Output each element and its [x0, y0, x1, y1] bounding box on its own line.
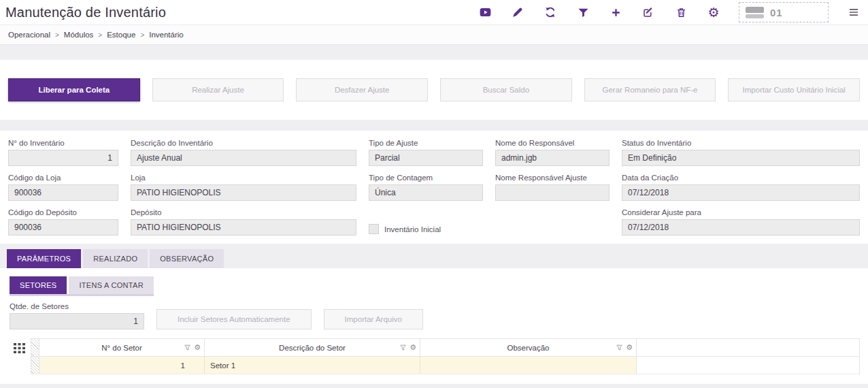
- tab-parametros[interactable]: PARÂMETROS: [7, 249, 81, 268]
- breadcrumb-operacional[interactable]: Operacional: [8, 31, 50, 39]
- video-icon[interactable]: [478, 5, 493, 20]
- field-codigo-deposito: Código do Depósito 900036: [8, 208, 118, 236]
- nome-responsavel-ajuste-input[interactable]: [495, 184, 610, 201]
- field-considerar-ajuste: Considerar Ajuste para 07/12/2018: [622, 208, 860, 236]
- numero-inventario-input[interactable]: 1: [8, 150, 118, 166]
- row-selector-column: [31, 339, 39, 356]
- row-selector-cell[interactable]: [31, 357, 39, 374]
- codigo-loja-label: Código da Loja: [8, 174, 118, 182]
- tipo-contagem-input[interactable]: Única: [369, 184, 483, 201]
- toolbar: ⚙ 01: [478, 2, 861, 22]
- cell-observacao[interactable]: [420, 357, 637, 374]
- filter-icon[interactable]: [575, 5, 590, 20]
- edit-icon[interactable]: [641, 5, 656, 20]
- gerar-romaneio-button[interactable]: Gerar Romaneio para NF-e: [584, 78, 716, 101]
- breadcrumb: Operacional > Módulos > Estoque > Invent…: [0, 25, 868, 45]
- pen-icon[interactable]: [510, 5, 525, 20]
- field-nome-responsavel-ajuste: Nome Responsável Ajuste: [495, 174, 610, 201]
- field-loja: Loja PATIO HIGIENOPOLIS: [131, 174, 356, 201]
- desfazer-ajuste-button[interactable]: Desfazer Ajuste: [296, 78, 428, 101]
- importar-custo-button[interactable]: Importar Custo Unitário Inicial: [728, 78, 860, 101]
- liberar-para-coleta-button[interactable]: Liberar para Coleta: [8, 78, 140, 101]
- actions-panel: Liberar para Coleta Realizar Ajuste Desf…: [0, 60, 868, 120]
- column-settings-icon[interactable]: ⚙: [194, 344, 201, 351]
- column-settings-icon[interactable]: ⚙: [410, 344, 416, 351]
- column-title: Descrição do Setor: [279, 344, 346, 352]
- cell-filler: [637, 357, 859, 374]
- codigo-loja-input[interactable]: 900036: [8, 184, 118, 201]
- importar-arquivo-button[interactable]: Importar Arquivo: [324, 309, 423, 329]
- add-icon[interactable]: [608, 5, 623, 20]
- tab-realizado[interactable]: REALIZADO: [83, 249, 148, 268]
- main-tabs: PARÂMETROS REALIZADO OBSERVAÇÃO: [0, 249, 868, 268]
- record-number: 01: [770, 7, 783, 18]
- codigo-deposito-input[interactable]: 900036: [8, 219, 118, 236]
- column-settings-icon[interactable]: ⚙: [626, 344, 633, 351]
- buscar-saldo-button[interactable]: Buscar Saldo: [440, 78, 572, 101]
- inventory-form: N° do Inventário 1 Descrição do Inventár…: [0, 131, 868, 244]
- refresh-icon[interactable]: [543, 5, 558, 20]
- codigo-deposito-label: Código do Depósito: [8, 208, 118, 216]
- realizar-ajuste-button[interactable]: Realizar Ajuste: [152, 78, 284, 101]
- inventario-inicial-checkbox[interactable]: [369, 224, 379, 234]
- subtab-setores[interactable]: SETORES: [10, 276, 67, 294]
- table-header-row: N° do Setor ⚙ Descrição do Setor ⚙: [31, 339, 859, 357]
- descricao-inventario-input[interactable]: Ajuste Anual: [131, 150, 356, 166]
- field-tipo-contagem: Tipo de Contagem Única: [369, 174, 483, 201]
- column-filter-icon[interactable]: [616, 344, 622, 351]
- settings-icon[interactable]: ⚙: [706, 5, 721, 20]
- field-status-inventario: Status do Inventário Em Definição: [622, 139, 860, 166]
- cell-descricao-setor[interactable]: Setor 1: [205, 357, 420, 374]
- setores-table: N° do Setor ⚙ Descrição do Setor ⚙: [31, 338, 860, 374]
- column-filter-icon[interactable]: [400, 344, 406, 351]
- delete-icon[interactable]: [673, 5, 688, 20]
- qtde-setores-input[interactable]: 1: [10, 313, 144, 329]
- breadcrumb-inventario[interactable]: Inventário: [149, 31, 184, 39]
- status-inventario-input[interactable]: Em Definição: [622, 150, 860, 166]
- column-header-descricao-setor[interactable]: Descrição do Setor ⚙: [205, 339, 420, 356]
- cell-numero-setor[interactable]: 1: [39, 357, 205, 374]
- nome-responsavel-ajuste-label: Nome Responsável Ajuste: [495, 174, 610, 182]
- field-empty-spacer: [495, 208, 610, 236]
- data-criacao-input[interactable]: 07/12/2018: [622, 184, 860, 201]
- incluir-setores-automaticamente-button[interactable]: Incluir Setores Automaticamente: [156, 309, 312, 329]
- field-tipo-ajuste: Tipo de Ajuste Parcial: [369, 139, 483, 166]
- tipo-ajuste-input[interactable]: Parcial: [369, 150, 483, 166]
- field-numero-inventario: N° do Inventário 1: [8, 139, 118, 166]
- tab-observacao[interactable]: OBSERVAÇÃO: [150, 249, 224, 268]
- considerar-ajuste-input[interactable]: 07/12/2018: [622, 219, 860, 236]
- page-title: Manutenção de Inventário: [5, 5, 166, 20]
- sectors-toolbar: Qtde. de Setores 1 Incluir Setores Autom…: [8, 302, 860, 329]
- column-header-numero-setor[interactable]: N° do Setor ⚙: [39, 339, 205, 356]
- field-codigo-loja: Código da Loja 900036: [8, 174, 118, 201]
- column-filter-icon[interactable]: [184, 344, 190, 351]
- field-descricao-inventario: Descrição do Inventário Ajuste Anual: [131, 139, 356, 166]
- record-indicator: 01: [739, 2, 829, 22]
- deposito-label: Depósito: [131, 208, 356, 216]
- nome-responsavel-label: Nome do Responsável: [495, 139, 610, 147]
- loja-input[interactable]: PATIO HIGIENOPOLIS: [131, 184, 356, 201]
- column-header-filler: [637, 339, 859, 356]
- breadcrumb-separator: >: [140, 31, 144, 39]
- considerar-ajuste-label: Considerar Ajuste para: [622, 208, 860, 216]
- deposito-input[interactable]: PATIO HIGIENOPOLIS: [131, 219, 356, 236]
- breadcrumb-estoque[interactable]: Estoque: [107, 31, 135, 39]
- grid-menu-icon[interactable]: [8, 338, 31, 374]
- breadcrumb-modulos[interactable]: Módulos: [64, 31, 93, 39]
- nome-responsavel-input[interactable]: admin.jgb: [495, 150, 610, 166]
- inventory-maintenance-page: Manutenção de Inventário ⚙: [0, 0, 868, 384]
- menu-icon[interactable]: [846, 5, 861, 20]
- tipo-contagem-label: Tipo de Contagem: [369, 174, 483, 182]
- breadcrumb-separator: >: [55, 31, 59, 39]
- column-header-observacao[interactable]: Observação ⚙: [420, 339, 637, 356]
- field-deposito: Depósito PATIO HIGIENOPOLIS: [131, 208, 356, 236]
- loja-label: Loja: [131, 174, 356, 182]
- breadcrumb-separator: >: [98, 31, 102, 39]
- status-inventario-label: Status do Inventário: [622, 139, 860, 147]
- parametros-content: SETORES ITENS A CONTAR Qtde. de Setores …: [0, 268, 868, 384]
- top-header: Manutenção de Inventário ⚙: [0, 0, 868, 25]
- records-icon: [746, 7, 764, 18]
- table-row[interactable]: 1 Setor 1: [31, 357, 859, 374]
- field-inventario-inicial: Inventário Inicial: [369, 208, 483, 236]
- subtab-itens-a-contar[interactable]: ITENS A CONTAR: [69, 276, 153, 294]
